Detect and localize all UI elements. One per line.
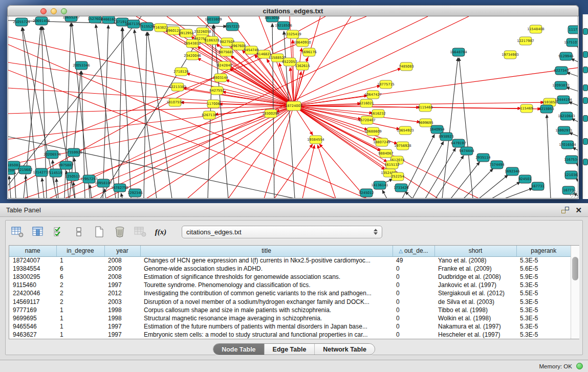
column-header[interactable]: name [9, 246, 56, 256]
table-row[interactable]: 1830029562008Estimation of significance … [9, 273, 571, 281]
row-height-icon[interactable] [72, 225, 85, 238]
graph-node[interactable]: 16782759 [111, 184, 128, 192]
tab-edge-table[interactable]: Edge Table [264, 344, 315, 355]
graph-node[interactable]: 9875685 [219, 48, 233, 56]
graph-node[interactable]: 17359928 [65, 148, 82, 157]
graph-node[interactable]: 1362615 [295, 62, 310, 70]
graph-node[interactable]: 8938923 [439, 133, 453, 141]
graph-node[interactable]: 18107552 [166, 98, 184, 106]
graph-node[interactable]: 1215682 [17, 166, 32, 174]
table-row[interactable]: 1938455462009Genome-wide association stu… [9, 265, 571, 273]
column-header[interactable]: year [104, 246, 140, 256]
graph-node[interactable]: 2803144 [213, 74, 228, 82]
network-window[interactable]: citations_edges.txt 21055724206914061065… [7, 5, 579, 199]
graph-node[interactable]: 1615132 [384, 161, 399, 169]
table-selector-dropdown[interactable]: citations_edges.txt [182, 226, 382, 238]
graph-node[interactable]: 9129946 [558, 52, 573, 60]
table-row[interactable]: 911546021997Tourette syndrome. Phenomeno… [9, 281, 571, 289]
graph-node[interactable]: 19218506 [275, 21, 292, 30]
delete-table-icon[interactable] [113, 225, 126, 238]
table-row[interactable]: 1456911722003Disruption of a novel membe… [9, 297, 571, 305]
graph-node[interactable]: 20691406 [33, 17, 50, 25]
graph-node[interactable]: 15751074 [564, 38, 578, 47]
graph-node[interactable]: 8267130 [202, 111, 216, 119]
network-canvas[interactable]: 2105572420691406106552471527602846616010… [8, 16, 578, 199]
graph-node[interactable]: 9884067 [378, 149, 393, 158]
graph-node[interactable]: 252254 [391, 172, 404, 181]
column-header[interactable]: title [140, 246, 393, 256]
graph-node[interactable]: 12213383 [169, 83, 186, 91]
graph-node[interactable]: 167731 [531, 182, 544, 190]
graph-node[interactable]: 15992971 [555, 126, 573, 135]
graph-node[interactable]: 10655247 [62, 16, 80, 21]
graph-node[interactable]: 19384554 [307, 136, 324, 144]
graph-node[interactable]: 17016504 [559, 141, 576, 149]
table-row[interactable]: 1872400712008Changes of HCN gene express… [9, 256, 571, 265]
graph-node[interactable]: 7374494 [489, 161, 504, 169]
graph-node[interactable]: 20053346 [73, 61, 90, 70]
graph-node[interactable]: 14136141 [371, 181, 388, 189]
graph-node[interactable]: 9975887 [58, 161, 73, 169]
graph-node[interactable]: 18775715 [377, 80, 395, 89]
graph-node[interactable]: 2935114 [475, 154, 490, 162]
minimize-window-button[interactable] [51, 8, 57, 14]
table-row[interactable]: 977716911998Corpus callosum shape and si… [9, 306, 571, 314]
table-scrollbar[interactable] [571, 246, 579, 339]
graph-node[interactable]: 19756928 [394, 142, 411, 150]
column-header[interactable]: △out_de... [393, 246, 434, 256]
graph-node[interactable]: 1733426 [394, 184, 408, 192]
graph-node[interactable]: 8427552 [209, 86, 224, 95]
graph-node[interactable]: 19734983 [502, 51, 519, 59]
graph-node[interactable]: 924501 [518, 175, 531, 183]
graph-node[interactable]: 1616232 [371, 110, 385, 118]
graph-node[interactable]: 7857223 [225, 23, 239, 31]
graph-node[interactable]: 9227343 [554, 67, 569, 75]
graph-node[interactable]: 18807249 [373, 138, 390, 146]
table-row[interactable]: 2242004622012Investigating the contribut… [9, 289, 571, 297]
graph-node[interactable]: 21055724 [13, 18, 30, 26]
column-chooser-icon[interactable] [31, 225, 45, 238]
tab-network-table[interactable]: Network Table [314, 344, 375, 355]
table-row[interactable]: 969969511998Structural magnetic resonanc… [9, 314, 571, 322]
graph-node[interactable]: 114519 [49, 169, 62, 177]
graph-node[interactable]: 9115460 [418, 103, 432, 112]
function-builder-icon[interactable]: f(x) [154, 225, 167, 238]
graph-node[interactable]: 1292346 [127, 189, 142, 197]
graph-node[interactable]: 12093872 [552, 81, 570, 90]
graph-node[interactable]: 7485083 [399, 62, 413, 71]
graph-node[interactable]: 13654923 [397, 126, 414, 135]
graph-node[interactable]: 16210643 [558, 112, 575, 120]
tab-node-table[interactable]: Node Table [213, 344, 264, 355]
graph-node[interactable]: 1250513 [65, 172, 80, 181]
graph-node[interactable]: 11172 [568, 26, 578, 34]
graph-node[interactable]: 8186328 [204, 36, 219, 45]
graph-node[interactable]: 3216021 [359, 99, 374, 107]
resize-grip-icon[interactable] [570, 190, 577, 198]
graph-node[interactable]: 23420046 [184, 52, 201, 60]
table-settings-icon[interactable] [11, 225, 24, 238]
graph-node[interactable]: 1696176 [301, 48, 316, 56]
import-table-icon[interactable] [134, 225, 147, 238]
graph-node[interactable]: 9474444 [459, 147, 474, 155]
graph-node[interactable]: 13325419 [284, 30, 301, 38]
graph-node[interactable]: 1692346 [505, 167, 519, 176]
graph-node[interactable]: 12217987 [517, 37, 534, 45]
column-header[interactable]: short [434, 246, 516, 256]
graph-node[interactable]: 9215953 [539, 105, 554, 113]
graph-node[interactable]: 18640910 [294, 38, 311, 47]
graph-node[interactable]: 9245012 [359, 189, 374, 197]
close-panel-icon[interactable]: ✕ [575, 206, 582, 214]
graph-node[interactable]: 16543812 [184, 39, 201, 48]
graph-node[interactable]: 117006 [207, 100, 220, 108]
float-panel-icon[interactable] [561, 207, 569, 213]
graph-node[interactable]: 6479197 [451, 139, 466, 147]
graph-node[interactable]: 121036 [564, 171, 577, 179]
graph-node[interactable]: 115469 [520, 104, 533, 113]
graph-node[interactable]: 10688609 [364, 127, 382, 136]
select-rows-icon[interactable] [52, 225, 65, 238]
graph-node[interactable]: 18300295 [262, 110, 279, 118]
network-window-titlebar[interactable]: citations_edges.txt [7, 5, 579, 16]
maximize-window-button[interactable] [61, 8, 67, 14]
graph-node[interactable]: 1167534 [564, 156, 578, 164]
graph-node[interactable]: 16033809 [205, 16, 222, 24]
